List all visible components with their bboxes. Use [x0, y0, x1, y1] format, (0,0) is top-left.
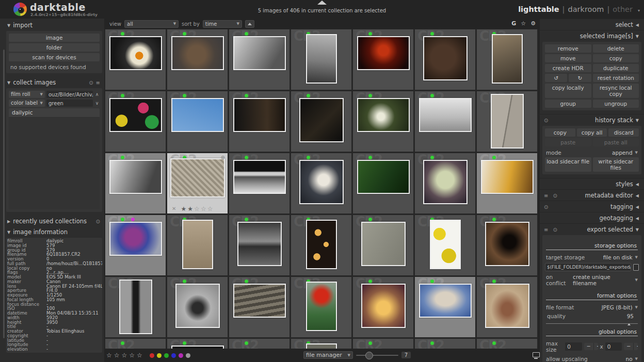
module-header-tagging[interactable]: ⊙ tagging ◀: [540, 201, 644, 212]
photo-snowdrops[interactable]: [357, 98, 410, 132]
module-header-recently-used[interactable]: ▶ recently used collections ⊙: [0, 216, 104, 226]
reset-icon[interactable]: ⊙: [553, 227, 557, 233]
photo-willow-catkins-sky[interactable]: [171, 98, 224, 132]
thumbnail-fried-egg[interactable]: CR2: [105, 29, 166, 90]
write-sidecar-files-button[interactable]: write sidecar files: [593, 157, 639, 172]
module-header-select[interactable]: select ◀: [540, 19, 644, 30]
thumbnail-boar-face[interactable]: CR2: [415, 29, 475, 90]
layout-mode-dropdown[interactable]: file manager▼: [303, 351, 353, 359]
star-filled-icon[interactable]: ★: [187, 205, 194, 212]
max-height-input[interactable]: 0: [605, 342, 622, 351]
thumbnail-gravel-wall[interactable]: CR2✕★★☆☆☆⊛: [167, 153, 228, 213]
move-button[interactable]: move: [545, 54, 591, 62]
copy-all-button[interactable]: copy all: [577, 128, 607, 137]
top-panel-toggle[interactable]: [317, 1, 327, 5]
view-link-lighttable[interactable]: lighttable: [518, 5, 559, 13]
create-hdr-button[interactable]: create HDR: [545, 64, 591, 72]
file-picker-icon[interactable]: [633, 264, 639, 271]
view-link-darkroom[interactable]: darkroom: [568, 5, 604, 13]
thumbnail-red-tulip[interactable]: CR2: [291, 277, 351, 337]
star-outline-icon[interactable]: ☆: [201, 205, 207, 212]
grouping-icon[interactable]: G: [511, 20, 516, 27]
delete-button[interactable]: delete: [593, 44, 639, 53]
thumbnail-snowdrops[interactable]: CR2: [353, 91, 413, 152]
thumbnail-pear-timer[interactable]: CR2: [415, 153, 475, 213]
resync-local-copy-button[interactable]: resync local copy: [593, 84, 639, 98]
import-scan-for-devices-button[interactable]: scan for devices: [9, 53, 100, 61]
photo-staircase-building[interactable]: [306, 34, 337, 84]
thumbnail-dark-stick[interactable]: CR2: [291, 91, 351, 152]
rating-star-icon[interactable]: ☆: [106, 352, 114, 359]
copy-locally-button[interactable]: copy locally: [545, 84, 591, 98]
thumbnail-rating-stars[interactable]: ★★☆☆☆: [167, 205, 228, 212]
group-membership-icon[interactable]: ⊛: [221, 155, 225, 160]
reset-icon[interactable]: ⊙: [544, 118, 548, 123]
rating-filter-stars[interactable]: ☆☆☆☆☆: [106, 352, 144, 359]
copy-button[interactable]: copy: [545, 128, 575, 137]
export-path-input[interactable]: $(FILE_FOLDER)/darktable_exported/img_: [545, 263, 631, 271]
sort-direction-button[interactable]: [245, 20, 254, 28]
thumbnail-row6-col3[interactable]: CR2: [229, 339, 289, 349]
photo-night-lights[interactable]: [306, 220, 337, 269]
rating-star-icon[interactable]: ☆: [114, 352, 122, 359]
duplicate-button[interactable]: duplicate: [593, 64, 639, 72]
photo-forsythia[interactable]: [430, 220, 461, 269]
color-label-filters[interactable]: [150, 353, 190, 358]
photo-rabbit-figurine[interactable]: [171, 36, 224, 70]
thumbnail-shell-in-hands[interactable]: CR2: [415, 277, 475, 337]
thumbnail-forsythia[interactable]: CR2: [415, 215, 475, 275]
reset-rotation-button[interactable]: reset rotation: [593, 74, 639, 82]
module-header-export-selected[interactable]: ≡ ⊙ export selected ▼: [540, 223, 644, 235]
photo-baroque-portal[interactable]: [485, 284, 529, 328]
paste-all-button[interactable]: paste all: [593, 138, 639, 146]
thumbnail-fern[interactable]: CR2: [353, 153, 413, 213]
color-label-dot-2[interactable]: [164, 353, 169, 358]
preferences-gear-icon[interactable]: ⚙: [530, 20, 536, 27]
photo-dark-stick[interactable]: [299, 98, 344, 142]
thumbnail-purple-hair[interactable]: CR2: [105, 215, 166, 275]
rating-star-icon[interactable]: ☆: [122, 352, 130, 359]
photo-spaniel-dog[interactable]: [485, 222, 529, 266]
thumbnail-graffiti-wall[interactable]: CR2: [353, 215, 413, 275]
photo-purple-hair[interactable]: [109, 222, 162, 256]
photo-candle-jar[interactable]: [361, 284, 406, 328]
max-width-input[interactable]: 0: [565, 342, 582, 351]
module-header-styles[interactable]: styles ◀: [540, 178, 644, 189]
photo-stone-arch-bw[interactable]: [175, 284, 220, 328]
allow-upscaling-row[interactable]: allow upscaling no▼: [545, 354, 639, 362]
ungroup-button[interactable]: ungroup: [593, 100, 639, 108]
thumbnail-sink-faucet[interactable]: CR2: [415, 91, 475, 152]
photo-wood-shingles[interactable]: [233, 284, 286, 318]
thumbnail-stone-arch-bw[interactable]: CR2: [167, 277, 228, 337]
module-header-image-information[interactable]: ▼ image information: [0, 226, 104, 237]
photo-incense-smoke[interactable]: [233, 98, 286, 132]
photo-hanging-sign[interactable]: [299, 160, 344, 204]
thumbnail-cracked-wall[interactable]: CR2: [477, 91, 537, 152]
rating-star-icon[interactable]: ☆: [129, 352, 137, 359]
rule-value-input[interactable]: ouz/Bilder/Archiv/dailypic: [46, 91, 93, 98]
thumbnail-row6-col5[interactable]: CR2: [353, 339, 413, 349]
max-width-stepper[interactable]: −+: [584, 343, 598, 350]
photo-climbing-holds[interactable]: [109, 98, 162, 132]
photo-deer[interactable]: [492, 34, 523, 84]
photo-brick-arch-bw[interactable]: [119, 279, 152, 334]
rule-field-dropdown[interactable]: film roll▼: [9, 91, 45, 98]
copy-button[interactable]: copy: [593, 54, 639, 62]
thumbnail-hanging-sign[interactable]: CR2: [291, 153, 351, 213]
thumbnail-hand-object-bw[interactable]: CR2: [229, 29, 289, 90]
photo-row6-col4[interactable]: [306, 343, 337, 349]
reset-icon[interactable]: ⊙: [89, 80, 93, 86]
photo-lufthansa-emboss[interactable]: [182, 220, 213, 269]
module-header-collect-images[interactable]: ▼ collect images ⊙ ≡: [0, 77, 104, 88]
module-header-geotagging[interactable]: geotagging ◀: [540, 212, 644, 223]
reset-icon[interactable]: ⊙: [544, 204, 548, 210]
module-header-import[interactable]: ▼ import: [0, 20, 104, 30]
thumbnail-row6-col6[interactable]: CR2: [415, 339, 475, 349]
photo-hand-object-bw[interactable]: [233, 36, 286, 70]
photo-underground-station-bw[interactable]: [233, 160, 286, 194]
photo-shell-in-hands[interactable]: [419, 284, 472, 318]
thumbnail-lufthansa-emboss[interactable]: CR2: [167, 215, 228, 275]
import-folder-button[interactable]: folder: [9, 43, 100, 52]
thumbnail-climbing-holds[interactable]: CR2: [105, 91, 166, 152]
thumbnail-brick-arch-bw[interactable]: CR2: [105, 277, 166, 337]
